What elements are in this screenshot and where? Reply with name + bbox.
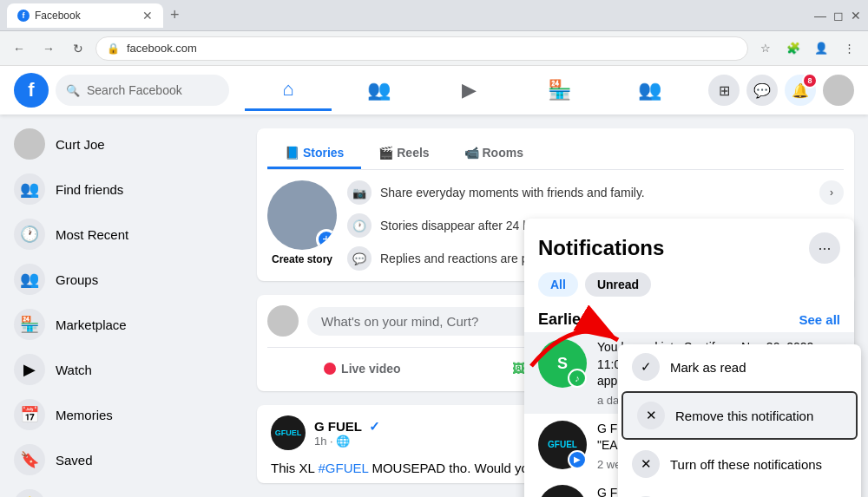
spotify-badge: ♪ [568, 369, 587, 388]
toolbar-actions: ☆ 🧩 👤 ⋮ [753, 36, 861, 61]
tab-reels[interactable]: 🎬 Reels [361, 139, 446, 169]
forward-button[interactable]: → [36, 36, 61, 61]
header-actions: ⊞ 💬 🔔 8 [708, 75, 854, 106]
app-inner: Curt Joe 👥 Find friends 🕐 Most Recent 👥 … [0, 114, 868, 497]
gfuel2-avatar-img: GFUEL [538, 485, 587, 497]
minimize-button[interactable]: — [814, 9, 826, 23]
context-report-issue[interactable]: ⚑ Report issue to Notifications Team [618, 487, 861, 497]
facebook-logo: f [14, 73, 49, 108]
address-bar[interactable]: 🔒 facebook.com [95, 36, 748, 61]
post-privacy-icon: · 🌐 [330, 435, 350, 448]
rooms-tab-label: Rooms [483, 146, 523, 160]
sidebar-watch-label: Watch [56, 363, 92, 377]
turn-off-label: Turn off these notifications [670, 457, 822, 472]
bookmark-button[interactable]: ☆ [753, 36, 778, 61]
stories-tabs: 📘 Stories 🎬 Reels 📹 Rooms [267, 139, 844, 170]
notifications-title-row: Notifications ··· [538, 232, 840, 264]
sidebar: Curt Joe 👥 Find friends 🕐 Most Recent 👥 … [0, 114, 243, 497]
nav-home[interactable]: ⌂ [245, 69, 332, 111]
nav-groups[interactable]: 👥 [606, 69, 693, 111]
search-icon: 🔍 [66, 84, 80, 97]
post-hashtag[interactable]: #GFUEL [318, 461, 368, 475]
lock-icon: 🔒 [107, 43, 120, 55]
back-button[interactable]: ← [7, 36, 31, 61]
friends-icon: 👥 [367, 79, 391, 101]
post-avatar: GFUEL [271, 415, 306, 450]
reels-tab-icon: 🎬 [378, 146, 393, 160]
maximize-button[interactable]: ◻ [833, 9, 844, 23]
profile-button[interactable]: 👤 [809, 36, 833, 61]
remove-notification-label: Remove this notification [675, 409, 813, 423]
sidebar-profile-name: Curt Joe [56, 137, 105, 152]
notifications-tabs: All Unread [538, 272, 840, 297]
refresh-button[interactable]: ↻ [66, 36, 90, 61]
messenger-icon: 💬 [753, 82, 771, 99]
tab-rooms[interactable]: 📹 Rooms [447, 139, 541, 169]
browser-tab[interactable]: f Facebook ✕ [7, 3, 163, 28]
facebook-header: f 🔍 Search Facebook ⌂ 👥 ▶ 🏪 [0, 66, 868, 114]
notifications-button[interactable]: 🔔 8 [785, 75, 816, 106]
search-placeholder: Search Facebook [87, 83, 182, 97]
find-friends-icon: 👥 [14, 173, 45, 205]
profile-avatar-button[interactable] [823, 75, 854, 106]
share-moments-icon: 📷 [347, 180, 372, 205]
replies-private-icon: 💬 [347, 246, 372, 271]
mark-read-icon: ✓ [632, 353, 660, 381]
home-icon: ⌂ [282, 78, 293, 101]
notifications-title: Notifications [538, 236, 664, 260]
notifications-header: Notifications ··· All Unread [524, 219, 854, 304]
nav-watch[interactable]: ▶ [425, 69, 512, 111]
create-story-button[interactable]: + Create story [267, 180, 337, 265]
context-mark-read[interactable]: ✓ Mark as read [618, 344, 861, 389]
photo-icon: 🖼 [512, 362, 524, 376]
sidebar-groups-label: Groups [56, 272, 98, 287]
sidebar-item-groups[interactable]: 👥 Groups [7, 257, 236, 302]
notifications-more-button[interactable]: ··· [809, 232, 840, 264]
composer-avatar [267, 305, 299, 337]
stories-tab-icon: 📘 [285, 146, 299, 160]
nav-marketplace[interactable]: 🏪 [516, 69, 602, 111]
sidebar-item-most-recent[interactable]: 🕐 Most Recent [7, 212, 236, 257]
close-window-button[interactable]: ✕ [851, 9, 861, 23]
story-info-1: 📷 Share everyday moments with friends an… [347, 180, 844, 205]
sidebar-saved-label: Saved [56, 453, 93, 468]
search-bar[interactable]: 🔍 Search Facebook [56, 75, 229, 106]
story-arrow-icon: › [819, 180, 844, 205]
groups-sidebar-icon: 👥 [14, 264, 45, 295]
gfuel1-badge: ▶ [568, 450, 587, 469]
sidebar-item-saved[interactable]: 🔖 Saved [7, 437, 236, 482]
context-remove-notification[interactable]: ✕ Remove this notification [621, 391, 858, 440]
context-turn-off[interactable]: ✕ Turn off these notifications [618, 441, 861, 487]
extensions-button[interactable]: 🧩 [781, 36, 806, 61]
context-menu: ✓ Mark as read ✕ Remove this notificatio… [618, 344, 861, 497]
nav-friends[interactable]: 👥 [335, 69, 422, 111]
mark-read-label: Mark as read [670, 360, 746, 375]
browser-menu-button[interactable]: ⋮ [837, 36, 861, 61]
groups-icon: 👥 [638, 79, 661, 101]
turn-off-icon: ✕ [632, 450, 660, 478]
sidebar-item-memories[interactable]: 📅 Memories [7, 392, 236, 437]
saved-icon: 🔖 [14, 444, 45, 475]
live-video-label: Live video [341, 362, 400, 376]
sidebar-item-marketplace[interactable]: 🏪 Marketplace [7, 302, 236, 347]
reels-tab-label: Reels [397, 146, 429, 160]
messenger-button[interactable]: 💬 [746, 75, 778, 106]
notif-tab-all[interactable]: All [538, 272, 578, 297]
sidebar-item-pages[interactable]: ⭐ Pages [7, 482, 236, 497]
facebook-app: f 🔍 Search Facebook ⌂ 👥 ▶ 🏪 [0, 66, 868, 497]
live-video-button[interactable]: Live video [267, 356, 457, 381]
grid-button[interactable]: ⊞ [708, 75, 740, 106]
new-tab-button[interactable]: + [170, 6, 180, 24]
tab-close-button[interactable]: ✕ [142, 9, 153, 23]
browser-toolbar: ← → ↻ 🔒 facebook.com ☆ 🧩 👤 ⋮ [0, 31, 868, 66]
sidebar-item-watch[interactable]: ▶ Watch [7, 347, 236, 392]
notif-tab-unread[interactable]: Unread [585, 272, 651, 297]
tab-stories[interactable]: 📘 Stories [267, 139, 361, 169]
marketplace-icon: 🏪 [548, 79, 571, 101]
notifications-see-all[interactable]: See all [799, 312, 840, 327]
notif-avatar-spotify: S ♪ [538, 339, 587, 388]
sidebar-item-profile[interactable]: Curt Joe [7, 121, 236, 167]
main-nav: ⌂ 👥 ▶ 🏪 👥 [236, 69, 701, 111]
sidebar-item-find-friends[interactable]: 👥 Find friends [7, 167, 236, 212]
pages-icon: ⭐ [14, 489, 45, 497]
